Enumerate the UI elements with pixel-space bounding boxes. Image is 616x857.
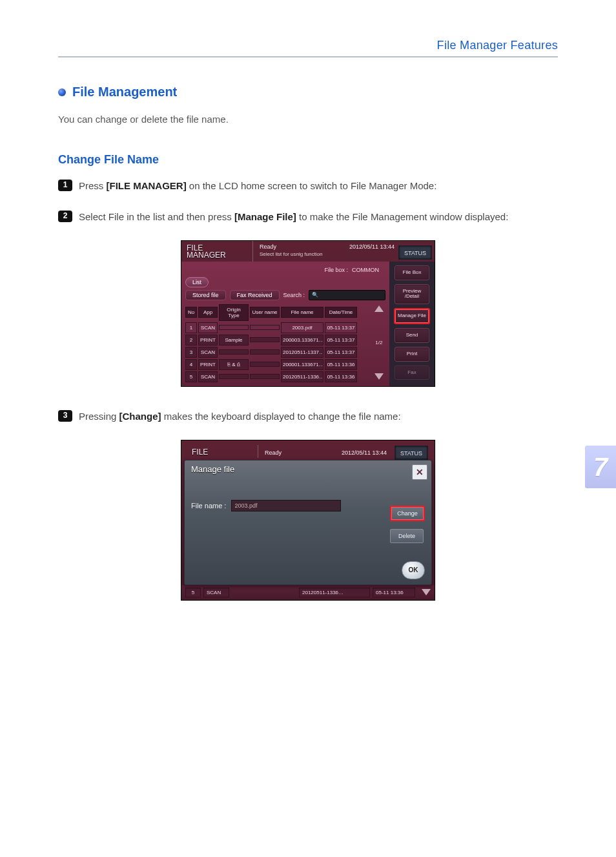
table-scroll[interactable]: 1/2 (373, 304, 385, 382)
filename-label: File name : (191, 502, 226, 510)
fm2-ready: Ready (265, 449, 282, 456)
step-badge-1: 1 (58, 180, 72, 191)
status-button-2[interactable]: STATUS (395, 446, 428, 460)
dialog-title: Manage file (191, 464, 426, 474)
search-label: Search : (283, 292, 305, 298)
step-1: 1 Press [FILE MANAGER] on the LCD home s… (58, 178, 558, 194)
tab-stored-file[interactable]: Stored file (185, 290, 226, 300)
filebox-value: COMMON (352, 267, 379, 273)
step1-text-a: Press (79, 180, 107, 191)
file-table: No App Origin Type User name File name D… (185, 304, 370, 382)
fm-logo: FILE MANAGER (181, 241, 253, 262)
step3-text-c: makes the keyboard displayed to change t… (161, 411, 401, 422)
step-badge-3: 3 (58, 410, 72, 422)
table-row[interactable]: 1SCAN2003.pdf05-11 13:37 (185, 322, 370, 333)
ok-button[interactable]: OK (402, 561, 425, 579)
fm-timestamp: 2012/05/11 13:44 (349, 243, 395, 250)
change-button[interactable]: Change (390, 506, 425, 521)
side-print[interactable]: Print (395, 347, 429, 362)
subheading: Change File Name (58, 153, 558, 167)
close-icon[interactable]: ✕ (412, 464, 427, 480)
fm-subready: Select list for usnig function (260, 251, 395, 257)
page-indicator: 1/2 (375, 340, 382, 346)
step-3: 3 Pressing [Change] makes the keyboard d… (58, 409, 558, 424)
chapter-tab: 7 (585, 446, 616, 488)
section-title: File Management (58, 85, 558, 99)
step2-bold: [Manage File] (234, 211, 296, 222)
screenshot-file-manager: FILE MANAGER Ready 2012/05/11 13:44 Sele… (181, 240, 435, 387)
step1-text-c: on the LCD home screen to switch to File… (187, 180, 437, 191)
fm2-logo: FILE (187, 445, 258, 458)
step2-text-c: to make the File Management window displ… (296, 211, 509, 222)
step3-text-a: Pressing (79, 411, 119, 422)
section-title-text: File Management (72, 85, 177, 99)
table-row[interactable]: 5SCAN20120511-1336…05-11 13:36 (185, 371, 370, 382)
fm2-timestamp: 2012/05/11 13:44 (342, 449, 387, 456)
side-file-box[interactable]: File Box (395, 265, 429, 280)
side-preview-detail[interactable]: Preview /Detail (395, 284, 429, 305)
fm-ready: Ready (260, 243, 276, 250)
step3-bold: [Change] (119, 411, 161, 422)
section-intro: You can change or delete the file name. (58, 114, 558, 125)
step2-text-a: Select File in the list and then press (79, 211, 234, 222)
scroll-up-icon[interactable] (375, 305, 384, 312)
bullet-icon (58, 88, 66, 96)
status-button[interactable]: STATUS (398, 245, 432, 260)
step-2: 2 Select File in the list and then press… (58, 209, 558, 225)
running-header: File Manager Features (58, 39, 558, 56)
filename-input[interactable]: 2003.pdf (231, 500, 341, 511)
step1-bold: [FILE MANAGER] (107, 180, 187, 191)
footer-scroll-down-icon[interactable] (422, 589, 431, 595)
scroll-down-icon[interactable] (375, 373, 384, 380)
side-fax[interactable]: Fax (395, 366, 429, 380)
delete-button[interactable]: Delete (390, 529, 424, 543)
table-row[interactable]: 3SCAN20120511-1337…05-11 13:37 (185, 347, 370, 358)
table-row[interactable]: 2PRINTSample200003.133671…05-11 13:37 (185, 335, 370, 346)
tab-list[interactable]: List (185, 277, 209, 287)
filebox-label: File box : (324, 267, 348, 273)
side-send[interactable]: Send (395, 328, 429, 343)
table-row[interactable]: 4PRINT⎘ & ⎙200001.133671…05-11 13:36 (185, 359, 370, 370)
file-table-header: No App Origin Type User name File name D… (185, 304, 370, 321)
side-manage-file[interactable]: Manage File (394, 308, 430, 324)
screenshot-manage-file-dialog: FILE Ready 2012/05/11 13:44 STATUS Manag… (181, 440, 435, 601)
header-rule (58, 56, 558, 57)
search-input[interactable]: 🔍 (309, 290, 385, 300)
tab-fax-received[interactable]: Fax Received (230, 290, 280, 300)
step-badge-2: 2 (58, 211, 72, 222)
manage-file-dialog: Manage file ✕ File name : 2003.pdf Chang… (184, 460, 432, 585)
dialog-footer-row: 5 SCAN 20120511-1336… 05-11 13:36 (181, 585, 435, 600)
